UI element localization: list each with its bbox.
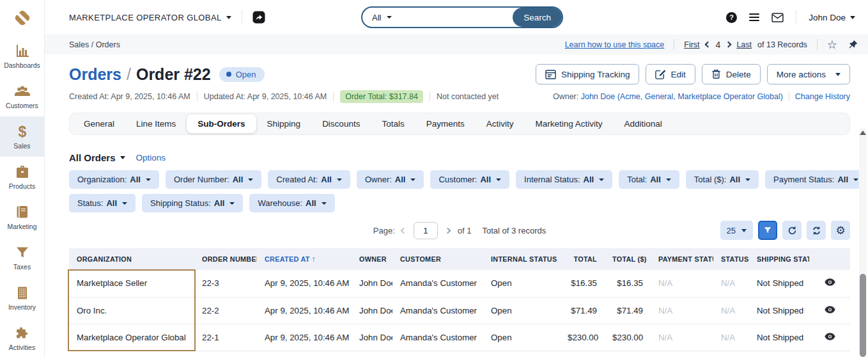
search-scope-dropdown[interactable]: All — [362, 13, 397, 22]
tab-payments[interactable]: Payments — [415, 115, 476, 133]
delete-button[interactable]: Delete — [702, 64, 761, 84]
eye-icon — [825, 278, 835, 288]
refresh-button[interactable] — [782, 221, 802, 240]
filter-order-number[interactable]: Order Number:All — [166, 170, 261, 189]
filter-total[interactable]: Total:All — [619, 170, 679, 189]
record-count: of 13 Records — [757, 40, 807, 49]
owner-link[interactable]: John Doe (Acme, General, Marketplace Ope… — [581, 92, 783, 101]
column-header-created-at[interactable]: CREATED AT↑ — [257, 248, 352, 270]
scrollbar-thumb[interactable] — [860, 274, 866, 357]
menu-icon[interactable] — [749, 13, 759, 22]
vertical-scrollbar[interactable] — [859, 128, 867, 357]
chevron-down-icon — [337, 178, 342, 181]
search-input[interactable] — [397, 13, 513, 22]
column-header-total[interactable]: TOTAL ($) — [605, 248, 651, 270]
help-icon[interactable]: ? — [726, 12, 737, 23]
quick-launchpad-button[interactable] — [252, 11, 265, 24]
sidebar-item-label: Activities — [9, 344, 35, 351]
column-header-actions — [809, 248, 850, 270]
previous-record-icon[interactable] — [704, 42, 711, 48]
chevron-down-icon — [835, 73, 841, 76]
grid-view-dropdown[interactable]: All Orders — [69, 152, 125, 163]
cell-created-at: Apr 9, 2025, 10:46 AM — [257, 297, 352, 324]
orders-section-link[interactable]: Orders — [69, 65, 121, 84]
column-header-total[interactable]: TOTAL — [560, 248, 605, 270]
user-menu[interactable]: John Doe — [809, 13, 855, 22]
change-history-link[interactable]: Change History — [795, 92, 850, 101]
filter-warehouse[interactable]: Warehouse:All — [249, 194, 334, 212]
column-header-status[interactable]: STATUS — [713, 248, 749, 270]
grid-settings-button[interactable]: ⚙ — [831, 221, 850, 240]
divider — [789, 92, 789, 101]
sidebar-item-taxes[interactable]: Taxes — [0, 237, 44, 278]
tab-line-items[interactable]: Line Items — [125, 115, 187, 133]
launch-arrow-icon — [252, 11, 265, 24]
sidebar-item-inventory[interactable]: Inventory — [0, 278, 44, 318]
reset-grid-button[interactable] — [807, 221, 826, 240]
favorite-star-icon[interactable]: ☆ — [827, 39, 837, 51]
more-actions-button[interactable]: More actions — [767, 64, 850, 84]
column-header-organization[interactable]: ORGANIZATION — [69, 248, 194, 270]
view-row-button[interactable] — [809, 270, 850, 297]
learn-space-link[interactable]: Learn how to use this space — [565, 40, 665, 49]
list-icon — [545, 70, 556, 79]
toggle-filters-button[interactable] — [758, 221, 777, 240]
filter-value: All — [837, 175, 848, 184]
grid-options-link[interactable]: Options — [136, 153, 166, 163]
filter-total[interactable]: Total ($):All — [686, 170, 759, 189]
filter-customer[interactable]: Customer:All — [430, 170, 509, 189]
filter-payment-status[interactable]: Payment Status:All — [765, 170, 867, 189]
table-row[interactable]: Marketplace Operator Global22-1Apr 9, 20… — [69, 324, 850, 351]
last-record-link[interactable]: Last — [736, 40, 752, 49]
page-size-value: 25 — [727, 226, 736, 235]
view-row-button[interactable] — [809, 324, 850, 351]
tab-activity[interactable]: Activity — [476, 115, 525, 133]
sidebar-item-customers[interactable]: Customers — [0, 76, 44, 116]
column-header-customer[interactable]: CUSTOMER — [392, 248, 483, 270]
page-number-input[interactable] — [414, 222, 438, 239]
cell-internal-status: Open — [483, 297, 560, 324]
scroll-up-arrow-icon[interactable] — [860, 131, 866, 135]
table-row[interactable]: Marketplace Seller22-3Apr 9, 2025, 10:46… — [69, 270, 850, 297]
column-header-payment-status[interactable]: PAYMENT STATUS — [651, 248, 713, 270]
tab-totals[interactable]: Totals — [371, 115, 415, 133]
filter-label: Customer: — [438, 175, 477, 184]
column-header-owner[interactable]: OWNER — [352, 248, 392, 270]
filter-organization[interactable]: Organization:All — [69, 170, 159, 189]
organization-switcher[interactable]: MARKETPLACE OPERATOR GLOBAL — [69, 13, 231, 22]
tab-general[interactable]: General — [73, 115, 125, 133]
column-header-internal-status[interactable]: INTERNAL STATUS — [483, 248, 560, 270]
table-row[interactable]: Oro Inc.22-2Apr 9, 2025, 10:46 AMJohn Do… — [69, 297, 850, 324]
mail-icon[interactable] — [771, 13, 784, 22]
filter-created-at[interactable]: Created At:All — [268, 170, 350, 189]
tab-marketing-activity[interactable]: Marketing Activity — [524, 115, 613, 133]
column-header-shipping-status[interactable]: SHIPPING STATUS — [749, 248, 809, 270]
tab-sub-orders[interactable]: Sub-Orders — [187, 115, 256, 133]
app-logo[interactable] — [0, 0, 44, 36]
tab-additional[interactable]: Additional — [614, 115, 673, 133]
divider — [817, 39, 818, 50]
sidebar-item-products[interactable]: Products — [0, 157, 44, 197]
sidebar-item-sales[interactable]: $Sales — [0, 116, 44, 157]
filter-status[interactable]: Status:All — [69, 194, 136, 212]
filter-internal-status[interactable]: Internal Status:All — [516, 170, 612, 189]
pin-icon[interactable] — [848, 40, 858, 50]
first-record-link[interactable]: First — [684, 40, 699, 49]
sidebar-item-dashboards[interactable]: Dashboards — [0, 36, 44, 76]
previous-page-icon[interactable] — [400, 228, 407, 234]
building-icon — [14, 285, 31, 301]
tab-discounts[interactable]: Discounts — [311, 115, 371, 133]
next-record-icon[interactable] — [725, 42, 732, 48]
search-button[interactable]: Search — [513, 8, 562, 27]
view-row-button[interactable] — [809, 297, 850, 324]
edit-button[interactable]: Edit — [646, 64, 695, 84]
column-header-order-number[interactable]: ORDER NUMBER — [194, 248, 257, 270]
sidebar-item-marketing[interactable]: Marketing — [0, 197, 44, 237]
tab-shipping[interactable]: Shipping — [256, 115, 312, 133]
next-page-icon[interactable] — [444, 228, 451, 234]
filter-owner[interactable]: Owner:All — [357, 170, 424, 189]
sidebar-item-activities[interactable]: Activities — [0, 318, 44, 357]
shipping-tracking-button[interactable]: Shipping Tracking — [536, 64, 639, 84]
filter-shipping-status[interactable]: Shipping Status:All — [142, 194, 243, 212]
page-size-dropdown[interactable]: 25 — [720, 221, 753, 240]
